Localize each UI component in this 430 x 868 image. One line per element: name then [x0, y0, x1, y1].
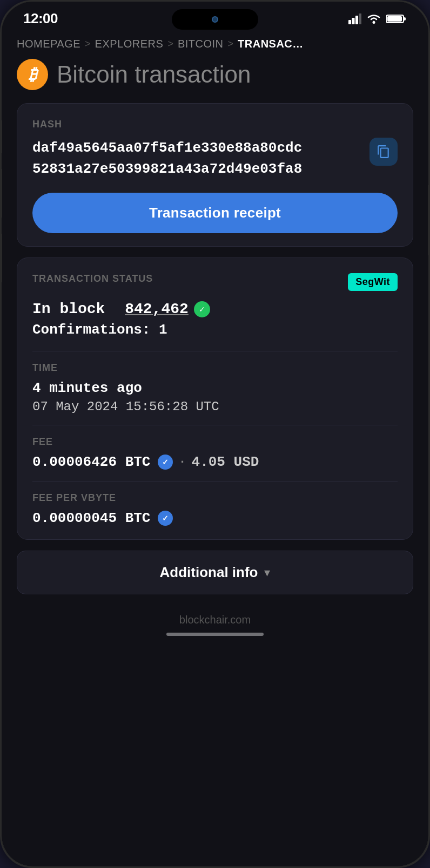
- status-header-row: TRANSACTION STATUS SegWit: [32, 273, 398, 292]
- status-bar: 12:00: [2, 2, 428, 31]
- time-relative: 4 minutes ago: [32, 380, 398, 396]
- dynamic-island: [172, 9, 258, 30]
- side-button-mute: [0, 120, 2, 153]
- fee-label: FEE: [32, 436, 398, 447]
- breadcrumb-sep-2: >: [167, 38, 173, 50]
- side-button-power: [428, 185, 430, 255]
- transaction-status-card: TRANSACTION STATUS SegWit In block 842,4…: [17, 257, 413, 540]
- confirmations-value: 1: [159, 322, 167, 338]
- chevron-down-icon: ▾: [264, 566, 270, 580]
- main-content: HOMEPAGE > EXPLORERS > BITCOIN > TRANSAC…: [2, 31, 428, 866]
- fee-btc: 0.00006426 BTC: [32, 454, 150, 470]
- breadcrumb-sep-1: >: [85, 38, 91, 50]
- svg-rect-2: [355, 16, 358, 24]
- block-info: In block 842,462: [32, 301, 398, 317]
- fee-per-vbyte-check-icon: [158, 511, 173, 526]
- battery-icon: [386, 13, 407, 24]
- status-time: 12:00: [23, 10, 58, 27]
- confirmations-text: Confirmations: 1: [32, 322, 398, 338]
- fee-per-vbyte-label: FEE PER VBYTE: [32, 492, 398, 504]
- bitcoin-symbol: ₿: [29, 65, 37, 84]
- footer-text: blockchair.com: [179, 614, 251, 626]
- divider-2: [32, 425, 398, 425]
- svg-rect-7: [387, 16, 402, 22]
- time-label: TIME: [32, 362, 398, 374]
- status-icons: [348, 13, 407, 24]
- breadcrumb-homepage[interactable]: HOMEPAGE: [17, 38, 80, 50]
- phone-screen: 12:00: [2, 2, 428, 866]
- phone-frame: 12:00: [0, 0, 430, 868]
- divider-3: [32, 481, 398, 482]
- copy-icon: [377, 145, 391, 159]
- fee-per-vbyte-row: 0.00000045 BTC: [32, 510, 398, 526]
- svg-rect-0: [348, 20, 351, 24]
- home-indicator: [166, 633, 264, 636]
- time-absolute: 07 May 2024 15:56:28 UTC: [32, 399, 398, 414]
- fee-separator: ·: [180, 455, 184, 469]
- confirmations-label: Confirmations:: [32, 322, 150, 338]
- fee-row: 0.00006426 BTC · 4.05 USD: [32, 454, 398, 470]
- hash-value: daf49a5645aa07f5af1e330e88a80cdc52831a27…: [32, 138, 398, 180]
- hash-label: HASH: [32, 119, 398, 130]
- divider-1: [32, 351, 398, 351]
- page-title-row: ₿ Bitcoin transaction: [17, 59, 413, 90]
- copy-hash-button[interactable]: [369, 138, 398, 166]
- dynamic-island-indicator: [212, 16, 218, 23]
- svg-point-4: [373, 21, 375, 24]
- additional-info-button[interactable]: Additional info ▾: [17, 551, 413, 594]
- breadcrumb: HOMEPAGE > EXPLORERS > BITCOIN > TRANSAC…: [17, 31, 413, 59]
- svg-rect-3: [359, 13, 362, 24]
- wifi-icon: [367, 13, 381, 24]
- svg-rect-1: [352, 18, 355, 24]
- in-block-label: In block: [32, 301, 105, 317]
- fee-per-vbyte-btc: 0.00000045 BTC: [32, 510, 150, 526]
- segwit-badge: SegWit: [348, 273, 398, 291]
- transaction-status-label: TRANSACTION STATUS: [32, 273, 153, 284]
- page-title-light: transaction: [128, 61, 251, 87]
- breadcrumb-bitcoin[interactable]: BITCOIN: [178, 38, 224, 50]
- additional-info-label: Additional info: [160, 564, 258, 581]
- block-number[interactable]: 842,462: [125, 301, 189, 317]
- bitcoin-logo: ₿: [17, 59, 48, 90]
- hash-card: HASH daf49a5645aa07f5af1e330e88a80cdc528…: [17, 103, 413, 247]
- page-title-bold: Bitcoin: [57, 61, 128, 87]
- side-button-volume-down: [0, 234, 2, 282]
- block-confirmed-check: [194, 301, 210, 317]
- footer: blockchair.com: [17, 605, 413, 647]
- signal-icon: [348, 13, 361, 24]
- page-title: Bitcoin transaction: [57, 61, 251, 88]
- fee-check-icon: [158, 455, 173, 470]
- breadcrumb-sep-3: >: [228, 38, 234, 50]
- breadcrumb-explorers[interactable]: EXPLORERS: [95, 38, 164, 50]
- transaction-receipt-button[interactable]: Transaction receipt: [32, 193, 398, 233]
- breadcrumb-transaction: TRANSAC…: [238, 38, 304, 50]
- svg-rect-6: [404, 17, 406, 21]
- fee-usd: 4.05 USD: [192, 454, 259, 470]
- side-button-volume-up: [0, 169, 2, 218]
